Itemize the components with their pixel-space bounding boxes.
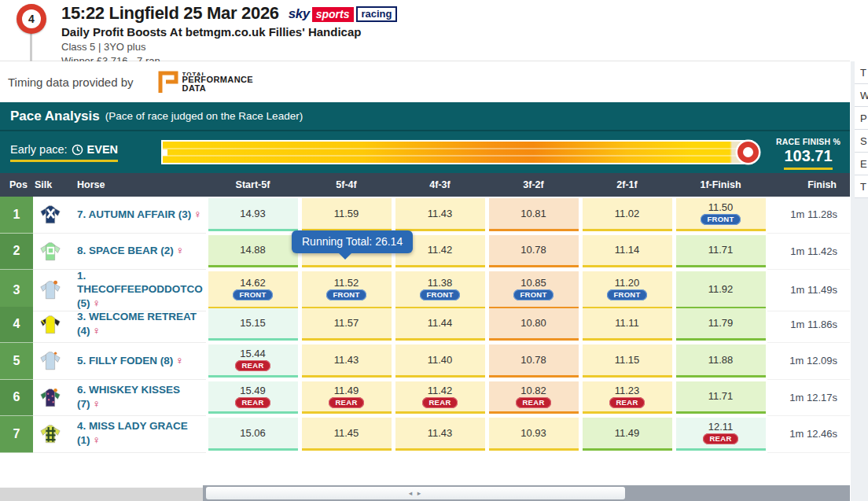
finish-time-cell: 1m 11.86s [767, 307, 850, 344]
sectional-time-cell[interactable]: 15.15 [208, 308, 298, 341]
early-pace-row: Early pace: EVEN RACE FINISH % 103.71 [0, 131, 850, 173]
side-menu-item-cutoff[interactable]: P [855, 107, 868, 130]
sectional-time-cell[interactable]: 12.11REAR [676, 418, 766, 451]
finish-time-cell: 1m 11.28s [767, 197, 850, 234]
sectional-time-cell[interactable]: 11.92 [676, 271, 766, 309]
clock-icon [72, 144, 83, 156]
sectional-time-cell[interactable]: 11.43 [302, 344, 392, 378]
sectional-time-cell[interactable]: 11.15 [583, 344, 672, 378]
sectional-time-cell[interactable]: 11.88 [676, 344, 766, 378]
sectional-time-cell[interactable]: 15.49REAR [208, 381, 298, 414]
pace-gradient-bar[interactable] [161, 140, 752, 164]
sectional-time-cell[interactable]: 14.93 [208, 198, 298, 231]
sectional-time-cell[interactable]: 14.62FRONT [208, 271, 298, 309]
sectional-time-cell[interactable]: 11.43 [395, 198, 485, 231]
bottom-scroll-area: ◂ ▸ [0, 485, 868, 501]
horse-name-cell[interactable]: 3. WELCOME RETREAT (4)♀ [68, 307, 206, 344]
sectional-time-cell[interactable]: 11.49 [583, 418, 672, 451]
table-row: 1 7. AUTUMN AFFAIR (3)♀ 14.9311.5911.431… [0, 197, 850, 234]
sectional-time-value: 11.42 [428, 244, 453, 256]
horse-name[interactable]: 7. AUTUMN AFFAIR (3) [77, 208, 191, 220]
sectional-time-value: 11.43 [428, 427, 453, 439]
sectional-time-value: 10.78 [520, 244, 546, 256]
sectional-time-cell[interactable]: 11.45 [302, 418, 392, 451]
sectional-time-cell[interactable]: 11.11 [583, 308, 672, 341]
sectional-time-cell[interactable]: 11.79 [676, 308, 766, 341]
rear-badge: REAR [235, 397, 270, 408]
race-title: 15:22 Lingfield 25 Mar 2026 [61, 3, 279, 24]
sectional-time-cell[interactable]: 14.88 [208, 235, 298, 268]
side-menu-item-cutoff[interactable]: S [855, 130, 868, 153]
sectional-time-value: 11.49 [615, 427, 640, 439]
bottom-left-strip [0, 488, 203, 501]
table-row: 4 3. WELCOME RETREAT (4)♀ 15.1511.5711.4… [0, 307, 850, 344]
sectional-time-cell[interactable]: 11.40 [395, 344, 485, 378]
sectional-time-cell[interactable]: 11.38FRONT [395, 271, 485, 309]
sectional-time-cell[interactable]: 11.20FRONT [583, 271, 672, 309]
front-badge: FRONT [420, 289, 459, 300]
race-pin-stem [30, 31, 32, 61]
sectional-time-cell[interactable]: 11.59 [302, 198, 392, 231]
sectional-time-cell[interactable]: 15.44REAR [208, 344, 298, 378]
horse-name[interactable]: 8. SPACE BEAR (2) [77, 245, 174, 256]
female-symbol: ♀ [193, 208, 202, 220]
side-menu-item-cutoff[interactable]: E [855, 153, 868, 175]
tpd-logo-line3: DATA [182, 84, 254, 93]
sectional-time-cell[interactable]: 11.49REAR [302, 381, 392, 414]
horse-name-cell[interactable]: 1. THECOFFEEPODDOTCO (5)♀ [68, 270, 206, 311]
horse-name-cell[interactable]: 8. SPACE BEAR (2)♀ [68, 234, 206, 271]
sectional-time-cell[interactable]: 10.78 [489, 344, 579, 378]
rear-badge: REAR [516, 397, 550, 408]
horse-name-cell[interactable]: 6. WHISKEY KISSES (7)♀ [68, 380, 206, 417]
sectional-time-value: 11.38 [428, 277, 453, 289]
sectional-time-cell[interactable]: 11.44 [395, 308, 485, 341]
table-row: 7 4. MISS LADY GRACE (1)♀ 15.0611.4511.4… [0, 416, 850, 453]
pace-table-header: Pos Silk Horse Start-5f 5f-4f 4f-3f 3f-2… [0, 173, 850, 197]
sectional-time-value: 11.14 [615, 244, 640, 256]
sectional-time-cell[interactable]: 10.82REAR [489, 381, 579, 414]
side-menu-item-cutoff[interactable]: W [855, 84, 868, 107]
col-header-horse: Horse [68, 179, 206, 190]
female-symbol: ♀ [93, 397, 101, 410]
sectional-time-cell[interactable]: 11.71 [676, 381, 766, 414]
sectional-time-cell[interactable]: 11.23REAR [583, 381, 672, 414]
sectional-time-value: 11.45 [334, 427, 359, 439]
sectional-time-cell[interactable]: 11.14 [583, 235, 672, 268]
sectional-time-value: 15.44 [240, 348, 266, 359]
horse-name-cell[interactable]: 7. AUTUMN AFFAIR (3)♀ [68, 197, 206, 234]
sectional-time-cell[interactable]: 11.42REAR [395, 381, 485, 414]
sectional-time-cell[interactable]: 10.85FRONT [489, 271, 579, 309]
sectional-time-cell[interactable]: 10.78 [489, 235, 579, 268]
side-menu-item-cutoff[interactable]: T [855, 61, 868, 84]
sectional-time-value: 12.11 [708, 421, 734, 433]
sectional-time-cell[interactable]: 11.43 [395, 418, 485, 451]
sectional-time-cell[interactable]: 10.81 [489, 198, 579, 231]
rear-badge: REAR [422, 397, 457, 408]
sectional-time-cell[interactable]: 10.93 [489, 418, 579, 451]
horse-name-cell[interactable]: 5. FILLY FODEN (8)♀ [68, 343, 206, 380]
pace-analysis-panel: Pace Analysis (Pace of race judged on th… [0, 102, 850, 453]
horizontal-scrollbar-track[interactable]: ◂ ▸ [203, 485, 850, 501]
side-menu-item-cutoff[interactable]: T [855, 175, 868, 198]
sectional-time-cell[interactable]: 11.52FRONT [302, 271, 392, 309]
sectional-time-value: 14.88 [240, 244, 266, 256]
pace-finish-marker[interactable] [737, 142, 759, 163]
race-number-pin[interactable]: 4 [17, 4, 46, 34]
sectional-time-cell[interactable]: 11.57 [302, 308, 392, 341]
sectional-time-cell[interactable]: 15.06 [208, 418, 298, 451]
sectional-time-cell[interactable]: 10.80 [489, 308, 579, 341]
race-number: 4 [22, 9, 41, 28]
horizontal-scrollbar-thumb[interactable]: ◂ ▸ [206, 487, 625, 499]
horse-name[interactable]: 5. FILLY FODEN (8) [77, 355, 173, 367]
horse-name-cell[interactable]: 4. MISS LADY GRACE (1)♀ [68, 416, 206, 453]
position-cell: 6 [0, 380, 33, 417]
sectional-time-cell[interactable]: 11.02 [583, 198, 672, 231]
pace-analysis-page: 4 15:22 Lingfield 25 Mar 2026 sky sports… [0, 0, 868, 501]
sectional-time-cell[interactable]: 11.71 [676, 235, 766, 268]
col-header-silk: Silk [33, 179, 68, 190]
table-row: 6 6. WHISKEY KISSES (7)♀ 15.49REAR11.49R… [0, 380, 850, 417]
front-badge: FRONT [701, 214, 740, 225]
silk-icon-yellow-black-sleeves [33, 307, 68, 344]
sectional-time-value: 15.06 [240, 427, 266, 439]
sectional-time-cell[interactable]: 11.50FRONT [676, 198, 766, 231]
